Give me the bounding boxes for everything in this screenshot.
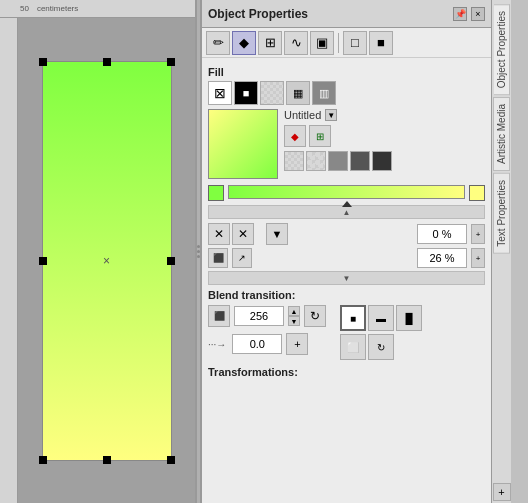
blend-offset-input[interactable] <box>232 334 282 354</box>
gradient-dropdown[interactable]: ▼ <box>325 109 337 121</box>
offset-label: ···→ <box>208 339 226 350</box>
angle-reverse-btn[interactable]: ✕ <box>208 223 230 245</box>
position-spin-up[interactable]: + <box>471 248 485 268</box>
blend-mode-radial[interactable]: ▐▌ <box>396 305 422 331</box>
object-properties-panel: Object Properties 📌 × ✏ ◆ ⊞ ∿ ▣ □ ■ Fill… <box>201 0 491 503</box>
angle-controls-row: ✕ ✕ ▼ + <box>208 223 485 245</box>
pin-button[interactable]: 📌 <box>453 7 467 21</box>
blend-mode-rect[interactable]: ⬜ <box>340 334 366 360</box>
blend-steps-spinner: ▲ ▼ <box>288 306 300 326</box>
gradient-bar <box>228 185 465 199</box>
gradient-actions-1: ◆ ⊞ <box>284 125 392 147</box>
position-arrow-btn[interactable]: ↗ <box>232 248 252 268</box>
gradient-name-row: Untitled ▼ <box>284 109 392 121</box>
center-marker: × <box>103 254 110 268</box>
blend-mode-solid[interactable]: ■ <box>340 305 366 331</box>
toolbar-separator <box>338 33 339 53</box>
small-checker-3[interactable] <box>328 151 348 171</box>
gradient-bar-row <box>208 185 485 201</box>
panel-body[interactable]: Fill ⊠ ■ ▦ ▥ Untitled ▼ ◆ ⊞ <box>202 58 491 503</box>
blend-steps-row: ⬛ ▲ ▼ ↻ <box>208 305 326 327</box>
gradient-thumb[interactable] <box>342 201 352 207</box>
side-tab-text-properties[interactable]: Text Properties <box>493 173 510 254</box>
angle-forward-btn[interactable]: ✕ <box>232 223 254 245</box>
side-tab-object-properties[interactable]: Object Properties <box>494 4 510 95</box>
transforms-label: Transformations: <box>208 366 485 378</box>
panel-header-buttons: 📌 × <box>453 7 485 21</box>
close-button[interactable]: × <box>471 7 485 21</box>
small-checker-5[interactable] <box>372 151 392 171</box>
square-filled-btn[interactable]: ■ <box>369 31 393 55</box>
handle-top-mid[interactable] <box>103 58 111 66</box>
position-value-input[interactable] <box>417 248 467 268</box>
side-tabs: Object Properties Artistic Media Text Pr… <box>491 0 511 503</box>
blend-steps-up[interactable]: ▲ <box>288 306 300 316</box>
panel-title: Object Properties <box>208 7 308 21</box>
blend-label: Blend transition: <box>208 289 485 301</box>
color-stop-end[interactable] <box>469 185 485 201</box>
selected-rectangle[interactable]: × <box>42 61 172 461</box>
pattern-fill-btn[interactable]: ▦ <box>286 81 310 105</box>
blend-steps-icon: ⬛ <box>208 305 230 327</box>
color-stop-start[interactable] <box>208 185 224 201</box>
fill-color-btn[interactable]: ◆ <box>284 125 306 147</box>
pencil-tool-btn[interactable]: ✏ <box>206 31 230 55</box>
blend-mode-btns-row2: ⬜ ↻ <box>340 334 422 360</box>
handle-mid-left[interactable] <box>39 257 47 265</box>
scroll-up-arrow[interactable]: ▲ <box>208 205 485 219</box>
ruler-tick-50: 50 <box>20 4 29 13</box>
gradient-preview-area: Untitled ▼ ◆ ⊞ <box>208 109 485 179</box>
grid-tool-btn[interactable]: ⊞ <box>258 31 282 55</box>
blend-steps-input[interactable] <box>234 306 284 326</box>
fill-section-label: Fill <box>208 66 485 78</box>
blend-rotate-btn[interactable]: ↻ <box>368 334 394 360</box>
square-outline-btn[interactable]: □ <box>343 31 367 55</box>
blend-controls: ⬛ ▲ ▼ ↻ ···→ + <box>208 305 485 360</box>
splitter-dots <box>197 245 200 258</box>
gradient-name-text: Untitled <box>284 109 321 121</box>
panel-header: Object Properties 📌 × <box>202 0 491 28</box>
curve-tool-btn[interactable]: ∿ <box>284 31 308 55</box>
image-tool-btn[interactable]: ▣ <box>310 31 334 55</box>
position-icon[interactable]: ⬛ <box>208 248 228 268</box>
handle-top-right[interactable] <box>167 58 175 66</box>
gradient-bar-wrap[interactable] <box>228 185 465 201</box>
fill-type-row: ⊠ ■ ▦ ▥ <box>208 81 485 105</box>
canvas-content: × <box>18 18 195 503</box>
blend-offset-row: ···→ + <box>208 333 326 355</box>
handle-top-left[interactable] <box>39 58 47 66</box>
solid-fill-btn[interactable]: ■ <box>234 81 258 105</box>
texture-fill-btn[interactable]: ▥ <box>312 81 336 105</box>
blend-refresh-btn[interactable]: ↻ <box>304 305 326 327</box>
blend-steps-down[interactable]: ▼ <box>288 316 300 326</box>
ruler-unit: centimeters <box>37 4 78 13</box>
dropdown-small[interactable]: ▼ <box>266 223 288 245</box>
handle-bot-right[interactable] <box>167 456 175 464</box>
small-checker-1[interactable] <box>284 151 304 171</box>
blend-mode-section: ■ ▬ ▐▌ ⬜ ↻ <box>340 305 422 360</box>
offset-add-btn[interactable]: + <box>286 333 308 355</box>
gradient-right: Untitled ▼ ◆ ⊞ <box>284 109 392 177</box>
position-controls-row: ⬛ ↗ + <box>208 248 485 268</box>
scroll-down-arrow[interactable]: ▼ <box>208 271 485 285</box>
blend-mode-btns-row1: ■ ▬ ▐▌ <box>340 305 422 331</box>
toolbar-row: ✏ ◆ ⊞ ∿ ▣ □ ■ <box>202 28 491 58</box>
handle-bot-mid[interactable] <box>103 456 111 464</box>
handle-bot-left[interactable] <box>39 456 47 464</box>
fill-tool-btn[interactable]: ◆ <box>232 31 256 55</box>
checker-fill-btn[interactable] <box>260 81 284 105</box>
blend-inputs: ⬛ ▲ ▼ ↻ ···→ + <box>208 305 326 358</box>
small-checker-2[interactable] <box>306 151 326 171</box>
no-fill-btn[interactable]: ⊠ <box>208 81 232 105</box>
angle-value-input[interactable] <box>417 224 467 244</box>
ruler-top: 50 centimeters <box>0 0 195 18</box>
angle-spin-up[interactable]: + <box>471 224 485 244</box>
blend-mode-linear[interactable]: ▬ <box>368 305 394 331</box>
blend-section: Blend transition: ⬛ ▲ ▼ ↻ <box>208 289 485 360</box>
handle-mid-right[interactable] <box>167 257 175 265</box>
gradient-swatch <box>208 109 278 179</box>
side-tab-artistic-media[interactable]: Artistic Media <box>493 97 510 171</box>
side-add-icon[interactable]: + <box>493 483 511 501</box>
small-checker-4[interactable] <box>350 151 370 171</box>
add-stop-btn[interactable]: ⊞ <box>309 125 331 147</box>
